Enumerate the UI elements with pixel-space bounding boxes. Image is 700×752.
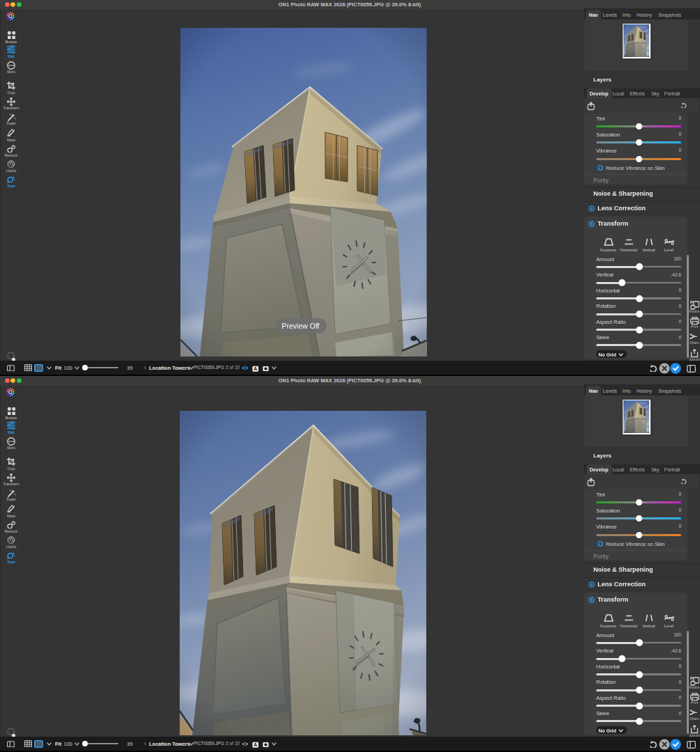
svg-text:A: A (254, 366, 257, 371)
svg-text:A: A (254, 742, 257, 747)
